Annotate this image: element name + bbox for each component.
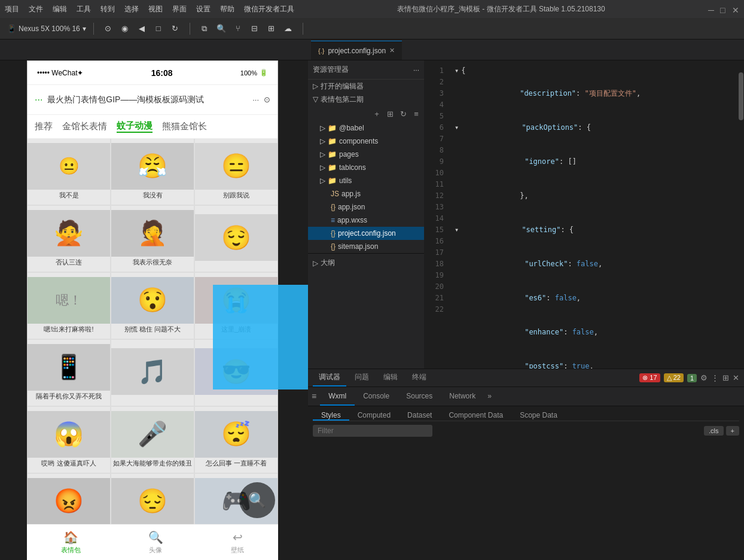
panel-tab-scope-data[interactable]: Scope Data — [511, 411, 566, 421]
window-controls[interactable]: ─ □ ✕ — [708, 5, 739, 13]
phone-nav-wallpaper[interactable]: ↩ 壁纸 — [231, 530, 244, 555]
refresh-button[interactable]: ↻ — [168, 22, 182, 36]
list-item[interactable]: 📱 隔着手机你又弄不死我 — [28, 340, 110, 406]
outline-section[interactable]: ▷ 大纲 — [308, 253, 424, 272]
list-item[interactable]: 🎵 — [111, 340, 194, 406]
menu-item-file[interactable]: 文件 — [29, 4, 43, 14]
explorer-more-icon[interactable]: ··· — [413, 66, 419, 74]
code-content[interactable]: ▾ { "description": "项目配置文件", ▾ "packOpti… — [450, 60, 738, 369]
file-item-utils[interactable]: ▷ 📁 utils — [308, 174, 424, 187]
file-item-app-wxss[interactable]: ≡ app.wxss — [308, 214, 424, 227]
file-item-tablcons[interactable]: ▷ 📁 tablcons — [308, 161, 424, 174]
layout-button[interactable]: ⊟ — [248, 22, 262, 36]
nav-search-icon[interactable]: ··· — [252, 95, 259, 104]
menu-item-interface[interactable]: 界面 — [172, 4, 187, 14]
cls-button[interactable]: .cls — [704, 426, 724, 436]
tab-problems[interactable]: 问题 — [349, 369, 375, 386]
file-item-pages[interactable]: ▷ 📁 pages — [308, 148, 424, 161]
tab-close-button[interactable]: ✕ — [389, 47, 395, 54]
simulator-controls[interactable]: ⊙ ◉ ◀ □ ↻ — [99, 22, 185, 36]
tab-terminal[interactable]: 终端 — [406, 369, 432, 386]
search-button[interactable]: 🔍 — [214, 22, 228, 36]
maximize-button[interactable]: □ — [720, 5, 727, 13]
new-file-icon[interactable]: + — [371, 108, 382, 119]
phone-tab-panda[interactable]: 熊猫金馆长 — [162, 121, 207, 132]
split-button[interactable]: ⊞ — [264, 22, 279, 36]
close-button[interactable]: ✕ — [732, 5, 739, 13]
phone-nav-biaoqing[interactable]: 🏠 表情包 — [61, 530, 81, 555]
tab-debugger[interactable]: 调试器 — [313, 369, 346, 386]
fold-arrow[interactable]: ▾ — [455, 65, 459, 77]
panel-tab-component-data[interactable]: Component Data — [440, 411, 511, 421]
list-item[interactable]: 🎤 如果大海能够带走你的矮丑 — [111, 407, 194, 473]
list-item[interactable]: 😑 别跟我说 — [195, 139, 278, 205]
maximize-icon[interactable]: ⊞ — [722, 373, 729, 382]
list-item[interactable]: 😌 — [195, 206, 278, 272]
menu-item-goto[interactable]: 转到 — [100, 4, 115, 14]
menu-item-view[interactable]: 视图 — [148, 4, 163, 14]
copy-button[interactable]: ⧉ — [197, 22, 212, 36]
list-item[interactable]: 😐 我不是 — [28, 139, 110, 205]
minimize-button[interactable]: ─ — [708, 5, 715, 13]
file-item-app-json[interactable]: {} app.json — [308, 200, 424, 214]
file-item-sitemap[interactable]: {} sitemap.json — [308, 240, 424, 253]
list-item[interactable]: 😴 怎么回事 一直睡不着 — [195, 407, 278, 473]
back-button[interactable]: ◀ — [135, 22, 149, 36]
compile-button[interactable]: ⊙ — [101, 22, 115, 36]
file-item-app-js[interactable]: JS app.js — [308, 187, 424, 200]
panel-tab-styles[interactable]: Styles — [313, 411, 349, 421]
file-item-components[interactable]: ▷ 📁 components — [308, 135, 424, 148]
scrollbar-thumb[interactable] — [739, 72, 743, 120]
list-item[interactable]: 😤 我没有 — [111, 139, 194, 205]
file-item-project-config[interactable]: {} project.config.json — [308, 227, 424, 240]
list-item[interactable]: 🤦 我表示很无奈 — [111, 206, 194, 272]
more-icon[interactable]: ⋮ — [711, 373, 719, 382]
open-editors-section[interactable]: ▷ 打开的编辑器 — [308, 80, 424, 93]
tab-console[interactable]: Console — [355, 387, 398, 406]
phone-nav-avatar[interactable]: 🔍 头像 — [148, 530, 163, 555]
cloud-button[interactable]: ☁ — [281, 22, 295, 36]
phone-tab-golden[interactable]: 金馆长表情 — [62, 121, 107, 132]
tab-wxml[interactable]: Wxml — [320, 387, 355, 406]
more-inspector-tabs[interactable]: » — [484, 387, 495, 406]
menu-item-help[interactable]: 帮助 — [220, 4, 234, 14]
file-item-babel[interactable]: ▷ 📁 @babel — [308, 121, 424, 135]
fold-arrow[interactable]: ▾ — [455, 224, 459, 236]
stop-button[interactable]: ◉ — [118, 22, 132, 36]
editor-controls[interactable]: ⧉ 🔍 ⑂ ⊟ ⊞ ☁ — [195, 22, 298, 36]
search-float-button[interactable]: 🔍 — [239, 482, 275, 518]
active-tab[interactable]: {.} project.config.json ✕ — [311, 41, 402, 60]
collapse-explorer-icon[interactable]: ≡ — [411, 108, 422, 119]
breadcrumb-toggle[interactable]: ≡ — [308, 387, 320, 406]
list-item[interactable]: 🙅 否认三连 — [28, 206, 110, 272]
fold-arrow[interactable]: ▾ — [455, 122, 459, 133]
tab-edit[interactable]: 编辑 — [377, 369, 404, 386]
menu-item-select[interactable]: 选择 — [124, 4, 139, 14]
menu-bar[interactable]: 项目 文件 编辑 工具 转到 选择 视图 界面 设置 帮助 微信开发者工具 — [5, 4, 294, 14]
add-cls-button[interactable]: + — [726, 426, 739, 436]
close-devtools-button[interactable]: ✕ — [733, 373, 739, 382]
refresh-explorer-icon[interactable]: ↻ — [398, 108, 408, 119]
filter-input[interactable] — [313, 425, 432, 437]
new-folder-icon[interactable]: ⊞ — [385, 108, 395, 119]
panel-tab-computed[interactable]: Computed — [349, 411, 399, 421]
panel-tab-dataset[interactable]: Dataset — [399, 411, 440, 421]
menu-item-project[interactable]: 项目 — [5, 4, 19, 14]
tab-network[interactable]: Network — [441, 387, 484, 406]
menu-item-edit[interactable]: 编辑 — [53, 4, 67, 14]
forward-button[interactable]: □ — [151, 22, 166, 36]
git-button[interactable]: ⑂ — [231, 22, 245, 36]
nav-more-icon[interactable]: ⊙ — [264, 95, 270, 104]
menu-item-tool[interactable]: 工具 — [77, 4, 91, 14]
menu-item-settings[interactable]: 设置 — [196, 4, 211, 14]
phone-tab-recommend[interactable]: 推荐 — [35, 121, 53, 132]
list-item[interactable]: 😱 哎哟 这傻逼真吓人 — [28, 407, 110, 473]
package-section-header[interactable]: ▽ 表情包第二期 — [308, 93, 424, 106]
list-item[interactable]: 😯 别慌 稳住 问题不大 — [111, 273, 194, 339]
editor-scrollbar[interactable] — [738, 60, 744, 369]
device-selector[interactable]: 📱 Nexus 5X 100% 16 ▾ — [5, 25, 89, 33]
menu-item-wechat[interactable]: 微信开发者工具 — [244, 4, 294, 14]
tab-sources[interactable]: Sources — [398, 387, 441, 406]
settings-icon[interactable]: ⚙ — [700, 373, 708, 382]
list-item[interactable]: 嗯！ 嗯!出来打麻将啦! — [28, 273, 110, 339]
